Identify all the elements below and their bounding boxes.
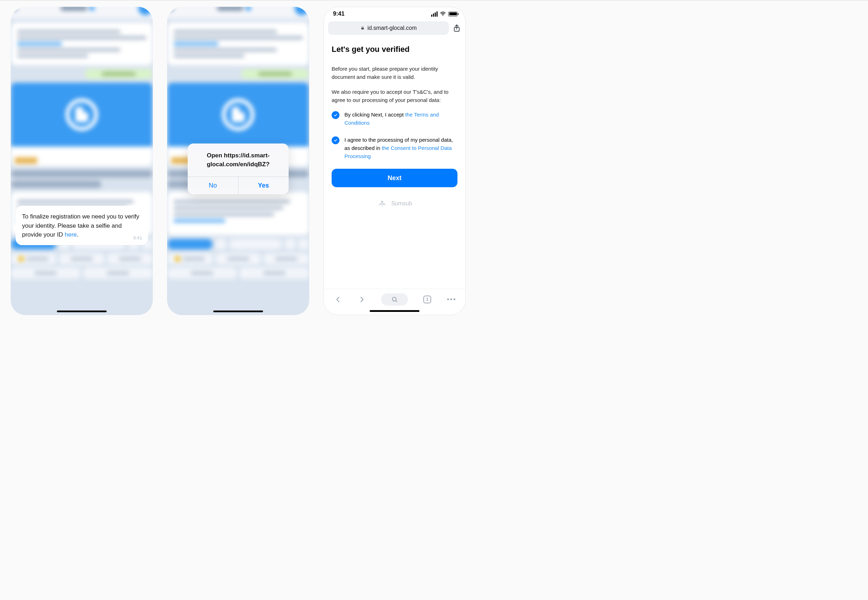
back-icon[interactable] bbox=[334, 295, 343, 304]
alert-message: Open https://id.smart-glocal.com/en/idqB… bbox=[188, 144, 288, 177]
message-text: To finalize registration we need you to … bbox=[22, 213, 139, 238]
more-icon[interactable] bbox=[446, 295, 456, 304]
cellular-signal-icon bbox=[431, 11, 437, 17]
safari-address-bar: id.smart-glocal.com bbox=[324, 19, 465, 38]
alert-no-button[interactable]: No bbox=[188, 177, 238, 194]
phone-screenshot-2: Open https://id.smart-glocal.com/en/idqB… bbox=[167, 7, 309, 315]
tabs-icon[interactable]: 1 bbox=[423, 295, 432, 304]
svg-point-0 bbox=[443, 16, 443, 16]
terms-checkbox[interactable] bbox=[332, 111, 340, 119]
status-time: 9:41 bbox=[333, 11, 344, 17]
url-field[interactable]: id.smart-glocal.com bbox=[328, 21, 449, 35]
safari-toolbar: 1 bbox=[324, 289, 465, 309]
phone-screenshot-3: 9:41 id.smart-glocal.com Let's get you v… bbox=[323, 7, 466, 315]
wifi-icon bbox=[440, 11, 446, 17]
intro-paragraph-2: We also require you to accept our T's&C'… bbox=[332, 88, 457, 105]
chat-message-bubble: To finalize registration we need you to … bbox=[16, 206, 148, 245]
consent-checkbox[interactable] bbox=[332, 136, 340, 144]
forward-icon[interactable] bbox=[357, 295, 366, 304]
svg-point-2 bbox=[381, 201, 383, 203]
message-link-here[interactable]: here bbox=[65, 231, 77, 238]
page-heading: Let's get you verified bbox=[332, 45, 457, 54]
sumsub-label: Sumsub bbox=[392, 200, 412, 207]
message-text-post: . bbox=[77, 231, 79, 238]
status-bar: 9:41 bbox=[324, 7, 465, 19]
battery-icon bbox=[448, 12, 457, 16]
home-indicator bbox=[57, 311, 107, 312]
next-button[interactable]: Next bbox=[332, 169, 457, 187]
verification-page: Let's get you verified Before you start,… bbox=[324, 38, 465, 289]
home-indicator bbox=[370, 310, 419, 312]
url-text: id.smart-glocal.com bbox=[367, 25, 417, 31]
tabs-count: 1 bbox=[426, 297, 429, 302]
terms-checkbox-row: By clicking Next, I accept the Terms and… bbox=[332, 111, 457, 127]
terms-text: By clicking Next, I accept bbox=[344, 112, 405, 118]
alert-yes-button[interactable]: Yes bbox=[238, 177, 289, 194]
intro-paragraph-1: Before you start, please prepare your id… bbox=[332, 65, 457, 81]
consent-checkbox-row: I agree to the processing of my personal… bbox=[332, 136, 457, 161]
open-url-alert: Open https://id.smart-glocal.com/en/idqB… bbox=[188, 144, 288, 194]
search-icon bbox=[391, 296, 398, 303]
home-indicator bbox=[213, 311, 263, 312]
share-icon[interactable] bbox=[452, 24, 461, 32]
sumsub-brand: Sumsub bbox=[332, 200, 457, 207]
search-button[interactable] bbox=[381, 294, 408, 306]
message-time: 9:41 bbox=[133, 235, 142, 242]
svg-line-4 bbox=[396, 300, 397, 302]
blurred-chat-background bbox=[11, 7, 153, 315]
lock-icon bbox=[360, 26, 365, 30]
phone-screenshot-1: To finalize registration we need you to … bbox=[11, 7, 153, 315]
sumsub-logo-icon bbox=[377, 200, 387, 207]
